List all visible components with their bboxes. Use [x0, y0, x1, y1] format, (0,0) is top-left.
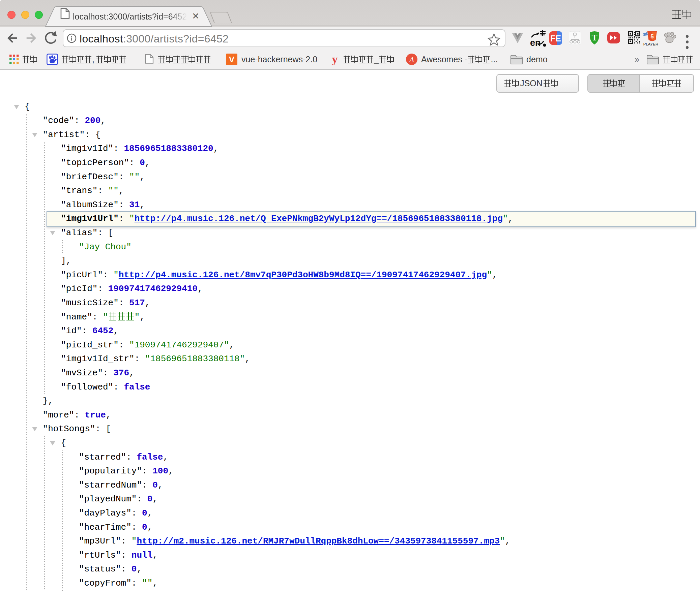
svg-text:en: en	[530, 38, 541, 48]
svg-text:T: T	[592, 33, 597, 42]
svg-text:PLAYER: PLAYER	[643, 42, 659, 46]
svg-text:5: 5	[650, 33, 653, 40]
svg-text:V: V	[229, 55, 234, 64]
svg-text:A: A	[409, 55, 414, 64]
svg-text:y: y	[332, 54, 338, 65]
svg-text:FE: FE	[550, 34, 561, 43]
